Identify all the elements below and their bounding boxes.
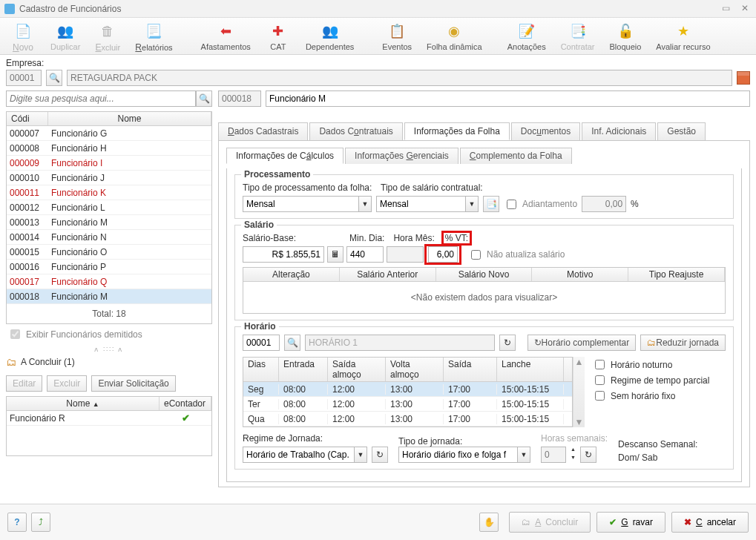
empresa-code	[6, 70, 42, 86]
col-header[interactable]: Salário Anterior	[340, 268, 436, 281]
chk-adiantamento[interactable]	[507, 200, 516, 209]
chk-nao-atualiza[interactable]	[471, 250, 481, 260]
spin-up-icon[interactable]: ▲	[571, 447, 576, 455]
gravar-button[interactable]: ✔ Gravar	[596, 512, 665, 533]
subtab-gerenciais[interactable]: Informações Gerenciais	[345, 148, 458, 164]
col-nome-pend[interactable]: Nome ▲	[7, 397, 160, 410]
col-header[interactable]: Dias	[243, 358, 279, 381]
table-row[interactable]: 000016Funcionário P	[7, 260, 211, 274]
attach-button[interactable]: ✋	[479, 513, 499, 532]
calc-icon[interactable]: 🖩	[327, 246, 344, 263]
add-icon[interactable]: 📑	[483, 196, 499, 212]
col-header[interactable]: Motivo	[532, 268, 628, 281]
vt-input[interactable]	[428, 246, 458, 263]
table-row[interactable]: 000011Funcionário K	[7, 185, 211, 200]
tipo-proc-combo[interactable]	[243, 196, 358, 212]
chk-noturno[interactable]	[595, 360, 605, 369]
novo-button[interactable]: 📄Novo	[3, 18, 43, 54]
search-icon[interactable]: 🔍	[196, 90, 212, 107]
table-row[interactable]: Ter08:0012:0013:0017:0015:00-15:15	[243, 397, 572, 412]
anotacoes-button[interactable]: 📝Anotações	[500, 18, 553, 54]
refresh-icon[interactable]: ↻	[580, 447, 596, 463]
col-header[interactable]: Saída almoço	[328, 358, 386, 381]
table-row[interactable]: 000018Funcionário M	[7, 289, 211, 304]
col-header[interactable]: Entrada	[279, 358, 328, 381]
refresh-icon[interactable]: ↻	[499, 335, 516, 351]
relatorios-button[interactable]: 📃Relatórios	[128, 18, 180, 54]
table-row[interactable]: 000015Funcionário O	[7, 245, 211, 260]
table-row[interactable]: 000008Funcionário H	[7, 141, 211, 156]
eventos-button[interactable]: 📋Eventos	[375, 18, 419, 54]
duplicar-button[interactable]: 👥Duplicar	[43, 18, 88, 54]
table-row[interactable]: 000009Funcionário I	[7, 156, 211, 171]
bloqueio-button[interactable]: 🔓Bloqueio	[602, 18, 649, 54]
salario-base-input[interactable]	[243, 246, 324, 263]
func-name[interactable]	[266, 90, 750, 107]
table-row[interactable]: 000007Funcionário G	[7, 126, 211, 141]
excluir-button[interactable]: 🗑Excluir	[88, 18, 128, 54]
a-concluir-button[interactable]: 🗂 A Concluir	[509, 512, 591, 533]
chevron-down-icon[interactable]: ▼	[465, 196, 479, 212]
chevron-down-icon[interactable]: ▼	[358, 196, 372, 212]
avaliar-button[interactable]: ★Avaliar recurso	[648, 18, 717, 54]
chevron-down-icon[interactable]: ▼	[517, 447, 530, 463]
horario-code[interactable]	[243, 335, 280, 351]
tab-dados-cadastrais[interactable]: Dados Cadastrais	[218, 122, 308, 140]
col-header[interactable]: Lanche	[497, 358, 564, 381]
enviar-button[interactable]: Enviar Solicitação	[91, 375, 175, 392]
col-header[interactable]: Alteração	[243, 268, 340, 281]
col-header[interactable]: Salário Novo	[436, 268, 533, 281]
empresa-search-icon[interactable]: 🔍	[46, 70, 62, 86]
collapse-handle[interactable]: ᴧ ∶∶∶∶ ᴧ	[6, 344, 212, 355]
col-nome[interactable]: Nome	[48, 112, 211, 125]
tipo-sal-combo[interactable]	[376, 196, 465, 212]
tab-documentos[interactable]: Documentos	[511, 122, 580, 140]
spin-down-icon[interactable]: ▼	[571, 455, 576, 463]
scrollbar[interactable]: ▲▼	[573, 357, 585, 427]
excluir-pend-button[interactable]: Excluir	[47, 375, 87, 392]
regime-combo[interactable]	[243, 447, 354, 463]
contratar-button[interactable]: 📑Contratar	[553, 18, 602, 54]
subtab-calculos[interactable]: Informações de Cálculos	[226, 148, 344, 164]
col-econtador[interactable]: eContador	[160, 397, 211, 410]
folha-dinamica-button[interactable]: ◉Folha dinâmica	[419, 18, 490, 54]
col-header[interactable]: Volta almoço	[386, 358, 444, 381]
editar-button[interactable]: Editar	[6, 375, 42, 392]
afastamentos-button[interactable]: ⬅Afastamentos	[194, 18, 258, 54]
tipo-jornada-combo[interactable]	[398, 447, 517, 463]
table-row[interactable]: Seg08:0012:0013:0017:0015:00-15:15	[243, 382, 572, 397]
minimize-icon[interactable]: ▭	[719, 3, 732, 15]
table-row[interactable]: 000013Funcionário M	[7, 215, 211, 230]
col-codigo[interactable]: Códi	[7, 112, 48, 125]
calendar-icon[interactable]	[737, 71, 750, 85]
chk-parcial[interactable]	[595, 375, 605, 385]
search-icon[interactable]: 🔍	[284, 335, 300, 351]
reduzir-jornada-button[interactable]: 🗂 Reduzir jornada	[640, 335, 726, 351]
tab-inf-adicionais[interactable]: Inf. Adicionais	[582, 122, 656, 140]
table-row[interactable]: 000017Funcionário Q	[7, 274, 211, 289]
table-row[interactable]: 000012Funcionário L	[7, 200, 211, 215]
horario-table: DiasEntradaSaída almoçoVolta almoçoSaída…	[243, 357, 573, 427]
col-header[interactable]: Saída	[444, 358, 497, 381]
subtab-complemento[interactable]: Complemento da Folha	[460, 148, 572, 164]
cat-button[interactable]: ✚CAT	[258, 18, 298, 54]
tab-dados-contratuais[interactable]: Dados Contratuais	[309, 122, 402, 140]
min-dia-input[interactable]	[346, 246, 384, 263]
tab-info-folha[interactable]: Informações da Folha	[404, 122, 510, 140]
table-row[interactable]: 000010Funcionário J	[7, 171, 211, 185]
tab-gestao[interactable]: Gestão	[657, 122, 706, 140]
dependentes-button[interactable]: 👥Dependentes	[298, 18, 361, 54]
export-button[interactable]: ⤴	[31, 513, 50, 532]
table-row[interactable]: Qua08:0012:0013:0017:0015:00-15:15	[243, 412, 572, 427]
col-header[interactable]: Tipo Reajuste	[628, 268, 725, 281]
cancelar-button[interactable]: ✖ Cancelar	[671, 512, 749, 533]
search-input[interactable]	[6, 90, 196, 107]
close-icon[interactable]: ✕	[738, 3, 752, 15]
refresh-icon[interactable]: ↻	[372, 447, 388, 463]
chevron-down-icon[interactable]: ▼	[354, 447, 367, 463]
horario-complementar-button[interactable]: ↻ Horário complementar	[527, 335, 637, 351]
help-button[interactable]: ?	[7, 513, 27, 532]
pending-row[interactable]: Funcionário R ✔	[7, 411, 211, 426]
chk-semfixo[interactable]	[595, 391, 605, 401]
table-row[interactable]: 000014Funcionário N	[7, 230, 211, 245]
